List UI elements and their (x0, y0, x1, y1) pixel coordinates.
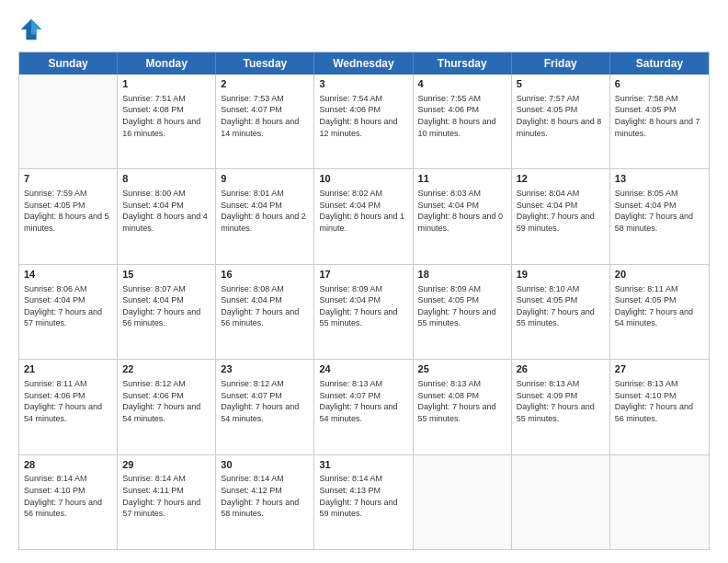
day-number: 19 (517, 268, 605, 282)
week-row-4: 21Sunrise: 8:11 AMSunset: 4:06 PMDayligh… (19, 359, 709, 454)
day-header-thursday: Thursday (414, 52, 512, 75)
day-info: Sunrise: 7:54 AMSunset: 4:06 PMDaylight:… (319, 93, 407, 139)
day-info: Sunrise: 8:14 AMSunset: 4:10 PMDaylight:… (24, 473, 112, 519)
day-number: 4 (418, 77, 506, 91)
week-row-5: 28Sunrise: 8:14 AMSunset: 4:10 PMDayligh… (19, 454, 709, 549)
day-number: 14 (24, 268, 112, 282)
calendar-header: SundayMondayTuesdayWednesdayThursdayFrid… (19, 52, 709, 75)
day-cell: 9Sunrise: 8:01 AMSunset: 4:04 PMDaylight… (216, 169, 314, 263)
day-number: 21 (24, 362, 112, 376)
day-number: 25 (418, 362, 506, 376)
day-number: 12 (517, 172, 605, 186)
day-header-monday: Monday (118, 52, 216, 75)
day-info: Sunrise: 7:55 AMSunset: 4:06 PMDaylight:… (418, 93, 506, 139)
day-cell: 5Sunrise: 7:57 AMSunset: 4:05 PMDaylight… (512, 75, 610, 168)
svg-marker-1 (31, 19, 41, 35)
day-cell (414, 455, 512, 549)
day-number: 30 (221, 458, 309, 472)
day-cell (610, 455, 709, 549)
week-row-2: 7Sunrise: 7:59 AMSunset: 4:05 PMDaylight… (19, 168, 709, 263)
day-cell: 19Sunrise: 8:10 AMSunset: 4:05 PMDayligh… (512, 265, 610, 359)
day-number: 24 (319, 362, 407, 376)
day-info: Sunrise: 8:13 AMSunset: 4:10 PMDaylight:… (615, 378, 704, 424)
logo-icon (18, 17, 44, 42)
day-number: 23 (221, 362, 309, 376)
day-cell: 11Sunrise: 8:03 AMSunset: 4:04 PMDayligh… (414, 169, 512, 263)
day-info: Sunrise: 8:02 AMSunset: 4:04 PMDaylight:… (319, 188, 407, 234)
day-cell (19, 75, 118, 168)
day-cell: 4Sunrise: 7:55 AMSunset: 4:06 PMDaylight… (414, 75, 512, 168)
day-info: Sunrise: 8:14 AMSunset: 4:12 PMDaylight:… (221, 473, 309, 519)
day-info: Sunrise: 8:07 AMSunset: 4:04 PMDaylight:… (122, 283, 210, 329)
day-header-wednesday: Wednesday (314, 52, 413, 75)
day-number: 27 (615, 362, 704, 376)
day-cell: 17Sunrise: 8:09 AMSunset: 4:04 PMDayligh… (314, 265, 413, 359)
day-info: Sunrise: 8:09 AMSunset: 4:04 PMDaylight:… (319, 283, 407, 329)
day-info: Sunrise: 7:51 AMSunset: 4:08 PMDaylight:… (122, 93, 210, 139)
day-number: 28 (24, 458, 112, 472)
day-cell (512, 455, 610, 549)
day-cell: 30Sunrise: 8:14 AMSunset: 4:12 PMDayligh… (216, 455, 314, 549)
day-info: Sunrise: 8:13 AMSunset: 4:07 PMDaylight:… (319, 378, 407, 424)
day-cell: 26Sunrise: 8:13 AMSunset: 4:09 PMDayligh… (512, 360, 610, 454)
day-number: 2 (221, 77, 309, 91)
day-cell: 22Sunrise: 8:12 AMSunset: 4:06 PMDayligh… (118, 360, 216, 454)
day-cell: 8Sunrise: 8:00 AMSunset: 4:04 PMDaylight… (118, 169, 216, 263)
day-number: 20 (615, 268, 704, 282)
day-cell: 27Sunrise: 8:13 AMSunset: 4:10 PMDayligh… (610, 360, 709, 454)
day-number: 6 (615, 77, 704, 91)
day-info: Sunrise: 7:53 AMSunset: 4:07 PMDaylight:… (221, 93, 309, 139)
day-info: Sunrise: 8:03 AMSunset: 4:04 PMDaylight:… (418, 188, 506, 234)
day-cell: 7Sunrise: 7:59 AMSunset: 4:05 PMDaylight… (19, 169, 118, 263)
day-number: 17 (319, 268, 407, 282)
logo (18, 17, 48, 42)
day-cell: 23Sunrise: 8:12 AMSunset: 4:07 PMDayligh… (216, 360, 314, 454)
day-cell: 14Sunrise: 8:06 AMSunset: 4:04 PMDayligh… (19, 265, 118, 359)
day-number: 22 (122, 362, 210, 376)
day-cell: 1Sunrise: 7:51 AMSunset: 4:08 PMDaylight… (118, 75, 216, 168)
day-cell: 31Sunrise: 8:14 AMSunset: 4:13 PMDayligh… (314, 455, 413, 549)
day-info: Sunrise: 8:14 AMSunset: 4:11 PMDaylight:… (122, 473, 210, 519)
week-row-1: 1Sunrise: 7:51 AMSunset: 4:08 PMDaylight… (19, 75, 709, 168)
day-info: Sunrise: 8:00 AMSunset: 4:04 PMDaylight:… (122, 188, 210, 234)
page: SundayMondayTuesdayWednesdayThursdayFrid… (0, 0, 728, 563)
day-info: Sunrise: 8:12 AMSunset: 4:07 PMDaylight:… (221, 378, 309, 424)
day-header-saturday: Saturday (610, 52, 709, 75)
day-cell: 6Sunrise: 7:58 AMSunset: 4:05 PMDaylight… (610, 75, 709, 168)
day-number: 1 (122, 77, 210, 91)
day-number: 10 (319, 172, 407, 186)
day-info: Sunrise: 8:11 AMSunset: 4:05 PMDaylight:… (615, 283, 704, 329)
week-row-3: 14Sunrise: 8:06 AMSunset: 4:04 PMDayligh… (19, 264, 709, 359)
day-info: Sunrise: 7:57 AMSunset: 4:05 PMDaylight:… (517, 93, 605, 139)
day-info: Sunrise: 8:10 AMSunset: 4:05 PMDaylight:… (517, 283, 605, 329)
day-cell: 12Sunrise: 8:04 AMSunset: 4:04 PMDayligh… (512, 169, 610, 263)
day-number: 11 (418, 172, 506, 186)
day-number: 16 (221, 268, 309, 282)
day-number: 13 (615, 172, 704, 186)
day-header-sunday: Sunday (19, 52, 118, 75)
day-info: Sunrise: 8:01 AMSunset: 4:04 PMDaylight:… (221, 188, 309, 234)
day-info: Sunrise: 8:04 AMSunset: 4:04 PMDaylight:… (517, 188, 605, 234)
day-cell: 10Sunrise: 8:02 AMSunset: 4:04 PMDayligh… (314, 169, 413, 263)
day-info: Sunrise: 8:05 AMSunset: 4:04 PMDaylight:… (615, 188, 704, 234)
day-header-friday: Friday (512, 52, 610, 75)
day-cell: 18Sunrise: 8:09 AMSunset: 4:05 PMDayligh… (414, 265, 512, 359)
day-number: 9 (221, 172, 309, 186)
day-cell: 2Sunrise: 7:53 AMSunset: 4:07 PMDaylight… (216, 75, 314, 168)
day-number: 8 (122, 172, 210, 186)
calendar-body: 1Sunrise: 7:51 AMSunset: 4:08 PMDaylight… (19, 75, 709, 549)
day-cell: 29Sunrise: 8:14 AMSunset: 4:11 PMDayligh… (118, 455, 216, 549)
day-info: Sunrise: 8:08 AMSunset: 4:04 PMDaylight:… (221, 283, 309, 329)
day-number: 26 (517, 362, 605, 376)
day-header-tuesday: Tuesday (216, 52, 314, 75)
day-number: 5 (517, 77, 605, 91)
day-number: 18 (418, 268, 506, 282)
calendar: SundayMondayTuesdayWednesdayThursdayFrid… (18, 52, 710, 550)
day-number: 29 (122, 458, 210, 472)
header (18, 17, 710, 42)
day-info: Sunrise: 8:12 AMSunset: 4:06 PMDaylight:… (122, 378, 210, 424)
day-info: Sunrise: 8:14 AMSunset: 4:13 PMDaylight:… (319, 473, 407, 519)
day-number: 7 (24, 172, 112, 186)
day-info: Sunrise: 8:13 AMSunset: 4:08 PMDaylight:… (418, 378, 506, 424)
day-info: Sunrise: 8:09 AMSunset: 4:05 PMDaylight:… (418, 283, 506, 329)
